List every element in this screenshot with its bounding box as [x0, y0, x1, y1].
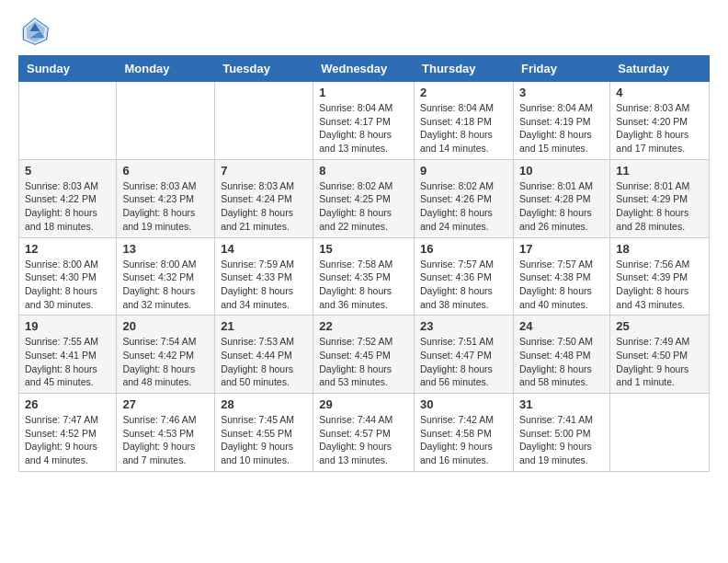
calendar-header-row: SundayMondayTuesdayWednesdayThursdayFrid… — [19, 56, 710, 82]
day-number: 22 — [319, 319, 408, 333]
calendar-cell: 21Sunrise: 7:53 AM Sunset: 4:44 PM Dayli… — [215, 316, 313, 394]
day-info: Sunrise: 8:03 AM Sunset: 4:22 PM Dayligh… — [25, 179, 110, 234]
day-info: Sunrise: 8:03 AM Sunset: 4:23 PM Dayligh… — [122, 179, 209, 234]
day-info: Sunrise: 7:57 AM Sunset: 4:36 PM Dayligh… — [420, 258, 507, 312]
calendar-table: SundayMondayTuesdayWednesdayThursdayFrid… — [18, 55, 710, 472]
calendar-cell: 11Sunrise: 8:01 AM Sunset: 4:29 PM Dayli… — [610, 159, 710, 237]
calendar-wrapper: SundayMondayTuesdayWednesdayThursdayFrid… — [0, 55, 728, 481]
day-number: 14 — [221, 242, 307, 256]
day-number: 21 — [221, 319, 307, 333]
calendar-cell: 13Sunrise: 8:00 AM Sunset: 4:32 PM Dayli… — [117, 237, 215, 316]
day-number: 9 — [420, 164, 507, 178]
calendar-header-saturday: Saturday — [610, 56, 710, 82]
calendar-week-row: 5Sunrise: 8:03 AM Sunset: 4:22 PM Daylig… — [19, 159, 710, 237]
calendar-week-row: 26Sunrise: 7:47 AM Sunset: 4:52 PM Dayli… — [19, 394, 710, 472]
calendar-cell: 14Sunrise: 7:59 AM Sunset: 4:33 PM Dayli… — [215, 237, 313, 316]
day-number: 12 — [25, 242, 110, 256]
calendar-cell: 15Sunrise: 7:58 AM Sunset: 4:35 PM Dayli… — [313, 237, 415, 316]
day-number: 1 — [319, 86, 408, 99]
page-header — [0, 0, 728, 55]
day-info: Sunrise: 7:45 AM Sunset: 4:55 PM Dayligh… — [221, 413, 307, 467]
day-info: Sunrise: 7:49 AM Sunset: 4:50 PM Dayligh… — [616, 335, 703, 389]
day-number: 19 — [25, 319, 110, 333]
day-number: 15 — [319, 242, 408, 256]
day-number: 2 — [420, 86, 507, 99]
calendar-week-row: 19Sunrise: 7:55 AM Sunset: 4:41 PM Dayli… — [19, 316, 710, 394]
calendar-cell — [19, 82, 117, 160]
calendar-cell: 9Sunrise: 8:02 AM Sunset: 4:26 PM Daylig… — [415, 159, 514, 237]
calendar-cell: 3Sunrise: 8:04 AM Sunset: 4:19 PM Daylig… — [513, 82, 609, 160]
day-number: 30 — [420, 397, 507, 411]
day-info: Sunrise: 8:00 AM Sunset: 4:30 PM Dayligh… — [25, 258, 110, 312]
day-info: Sunrise: 8:01 AM Sunset: 4:28 PM Dayligh… — [519, 179, 604, 234]
day-info: Sunrise: 7:47 AM Sunset: 4:52 PM Dayligh… — [25, 413, 110, 467]
calendar-cell: 1Sunrise: 8:04 AM Sunset: 4:17 PM Daylig… — [313, 82, 415, 160]
calendar-cell — [215, 82, 313, 160]
day-number: 17 — [519, 242, 604, 256]
day-number: 8 — [319, 164, 408, 178]
day-info: Sunrise: 7:46 AM Sunset: 4:53 PM Dayligh… — [122, 413, 209, 467]
calendar-cell: 6Sunrise: 8:03 AM Sunset: 4:23 PM Daylig… — [117, 159, 215, 237]
calendar-cell: 19Sunrise: 7:55 AM Sunset: 4:41 PM Dayli… — [19, 316, 117, 394]
day-number: 26 — [25, 397, 110, 411]
day-info: Sunrise: 8:01 AM Sunset: 4:29 PM Dayligh… — [616, 179, 703, 234]
day-number: 13 — [122, 242, 209, 256]
day-number: 16 — [420, 242, 507, 256]
day-info: Sunrise: 7:52 AM Sunset: 4:45 PM Dayligh… — [319, 335, 408, 389]
day-info: Sunrise: 7:44 AM Sunset: 4:57 PM Dayligh… — [319, 413, 408, 467]
day-info: Sunrise: 7:53 AM Sunset: 4:44 PM Dayligh… — [221, 335, 307, 389]
day-info: Sunrise: 7:51 AM Sunset: 4:47 PM Dayligh… — [420, 335, 507, 389]
logo-icon — [18, 15, 51, 48]
calendar-cell: 23Sunrise: 7:51 AM Sunset: 4:47 PM Dayli… — [415, 316, 514, 394]
calendar-cell: 8Sunrise: 8:02 AM Sunset: 4:25 PM Daylig… — [313, 159, 415, 237]
day-info: Sunrise: 8:04 AM Sunset: 4:17 PM Dayligh… — [319, 101, 408, 155]
day-info: Sunrise: 7:56 AM Sunset: 4:39 PM Dayligh… — [616, 258, 703, 312]
day-number: 5 — [25, 164, 110, 178]
day-info: Sunrise: 8:03 AM Sunset: 4:24 PM Dayligh… — [221, 179, 307, 234]
calendar-cell: 10Sunrise: 8:01 AM Sunset: 4:28 PM Dayli… — [513, 159, 609, 237]
day-number: 18 — [616, 242, 703, 256]
day-info: Sunrise: 8:04 AM Sunset: 4:18 PM Dayligh… — [420, 101, 507, 155]
calendar-cell: 20Sunrise: 7:54 AM Sunset: 4:42 PM Dayli… — [117, 316, 215, 394]
day-info: Sunrise: 7:42 AM Sunset: 4:58 PM Dayligh… — [420, 413, 507, 467]
day-info: Sunrise: 7:54 AM Sunset: 4:42 PM Dayligh… — [122, 335, 209, 389]
day-number: 10 — [519, 164, 604, 178]
calendar-week-row: 1Sunrise: 8:04 AM Sunset: 4:17 PM Daylig… — [19, 82, 710, 160]
calendar-cell: 22Sunrise: 7:52 AM Sunset: 4:45 PM Dayli… — [313, 316, 415, 394]
day-info: Sunrise: 7:55 AM Sunset: 4:41 PM Dayligh… — [25, 335, 110, 389]
calendar-header-sunday: Sunday — [19, 56, 117, 82]
calendar-cell: 17Sunrise: 7:57 AM Sunset: 4:38 PM Dayli… — [513, 237, 609, 316]
calendar-cell: 24Sunrise: 7:50 AM Sunset: 4:48 PM Dayli… — [513, 316, 609, 394]
day-info: Sunrise: 7:58 AM Sunset: 4:35 PM Dayligh… — [319, 258, 408, 312]
calendar-cell: 30Sunrise: 7:42 AM Sunset: 4:58 PM Dayli… — [415, 394, 514, 472]
day-number: 31 — [519, 397, 604, 411]
day-info: Sunrise: 8:04 AM Sunset: 4:19 PM Dayligh… — [519, 101, 604, 155]
calendar-cell: 31Sunrise: 7:41 AM Sunset: 5:00 PM Dayli… — [513, 394, 609, 472]
calendar-cell: 25Sunrise: 7:49 AM Sunset: 4:50 PM Dayli… — [610, 316, 710, 394]
calendar-week-row: 12Sunrise: 8:00 AM Sunset: 4:30 PM Dayli… — [19, 237, 710, 316]
calendar-header-tuesday: Tuesday — [215, 56, 313, 82]
calendar-header-wednesday: Wednesday — [313, 56, 415, 82]
calendar-cell: 28Sunrise: 7:45 AM Sunset: 4:55 PM Dayli… — [215, 394, 313, 472]
day-info: Sunrise: 8:03 AM Sunset: 4:20 PM Dayligh… — [616, 101, 703, 155]
day-number: 4 — [616, 86, 703, 99]
day-info: Sunrise: 8:02 AM Sunset: 4:25 PM Dayligh… — [319, 179, 408, 234]
calendar-cell — [610, 394, 710, 472]
logo — [18, 15, 55, 48]
day-number: 25 — [616, 319, 703, 333]
calendar-cell: 2Sunrise: 8:04 AM Sunset: 4:18 PM Daylig… — [415, 82, 514, 160]
day-number: 27 — [122, 397, 209, 411]
calendar-cell: 16Sunrise: 7:57 AM Sunset: 4:36 PM Dayli… — [415, 237, 514, 316]
day-info: Sunrise: 8:00 AM Sunset: 4:32 PM Dayligh… — [122, 258, 209, 312]
day-info: Sunrise: 8:02 AM Sunset: 4:26 PM Dayligh… — [420, 179, 507, 234]
calendar-cell: 7Sunrise: 8:03 AM Sunset: 4:24 PM Daylig… — [215, 159, 313, 237]
day-number: 3 — [519, 86, 604, 99]
day-number: 29 — [319, 397, 408, 411]
calendar-header-friday: Friday — [513, 56, 609, 82]
day-info: Sunrise: 7:50 AM Sunset: 4:48 PM Dayligh… — [519, 335, 604, 389]
calendar-cell: 4Sunrise: 8:03 AM Sunset: 4:20 PM Daylig… — [610, 82, 710, 160]
day-info: Sunrise: 7:57 AM Sunset: 4:38 PM Dayligh… — [519, 258, 604, 312]
day-number: 24 — [519, 319, 604, 333]
calendar-cell — [117, 82, 215, 160]
calendar-cell: 18Sunrise: 7:56 AM Sunset: 4:39 PM Dayli… — [610, 237, 710, 316]
